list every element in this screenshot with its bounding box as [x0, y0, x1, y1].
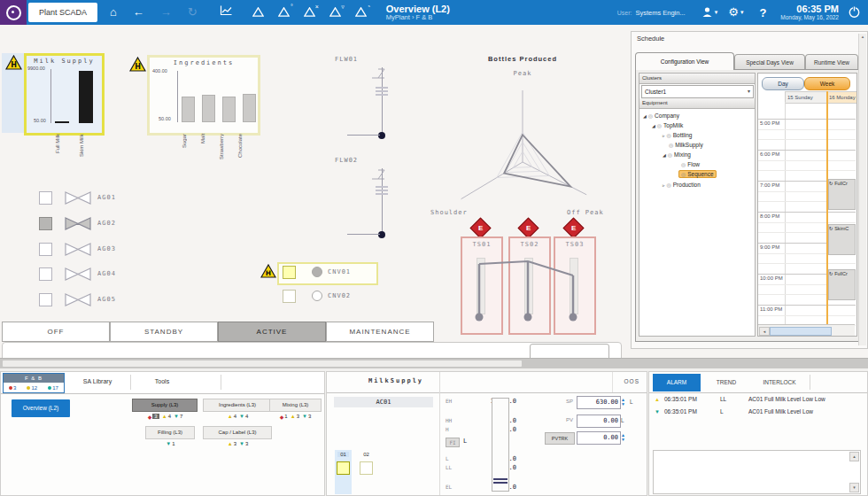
alarm-icon[interactable]	[252, 7, 264, 19]
device-label[interactable]: AC01	[334, 397, 433, 407]
conveyor-radio[interactable]	[312, 267, 322, 277]
pvtrk-button[interactable]: PVTRK	[545, 432, 575, 445]
sp-input[interactable]: 630.00	[577, 396, 621, 409]
week-view-button[interactable]: Week	[804, 77, 850, 90]
sp-spinner[interactable]: ▲▼	[619, 396, 627, 407]
user-menu-caret-icon[interactable]: ▾	[715, 9, 718, 16]
horizontal-scrollbar[interactable]	[0, 358, 868, 368]
tree-item-production[interactable]: ▹◎Production	[663, 180, 701, 190]
scroll-left-icon[interactable]: ◂	[759, 327, 770, 336]
tree-item-flow[interactable]: ◎Flow	[681, 159, 700, 169]
help-icon[interactable]: ?	[759, 6, 766, 19]
conveyor-radio[interactable]	[312, 291, 322, 301]
tree-item-bottling[interactable]: ▹◎Bottling	[663, 130, 692, 140]
expand-icon[interactable]: ◢	[663, 152, 666, 158]
tab-f-and-b[interactable]: F & B 3 12 17	[3, 373, 65, 393]
home-icon[interactable]: ⌂	[110, 0, 117, 25]
gear-icon[interactable]: ⚙	[728, 0, 739, 25]
mode-button-standby[interactable]: STANDBY	[110, 322, 218, 342]
agitator-checkbox[interactable]	[39, 293, 52, 306]
conveyor-checkbox[interactable]	[283, 266, 296, 279]
tab-sa-library[interactable]: SA Library	[66, 378, 128, 384]
scrollbar-thumb[interactable]	[770, 327, 832, 336]
expand-icon[interactable]: ◢	[652, 123, 655, 128]
pvtrk-input[interactable]: 0.00	[577, 431, 621, 445]
trend-icon[interactable]	[220, 0, 232, 25]
agitator-checkbox[interactable]	[39, 243, 52, 256]
scroll-down-icon[interactable]: ▾	[849, 483, 859, 492]
cap-label-l3-button[interactable]: Cap / Label (L3)	[203, 426, 272, 439]
sel-01-checkbox[interactable]	[337, 461, 350, 475]
agitator-checkbox[interactable]	[39, 217, 52, 230]
tab-alarm[interactable]: ALARM	[653, 374, 701, 391]
agitator-row: AG01	[0, 190, 177, 205]
tab-special-days-view[interactable]: Special Days View	[734, 54, 805, 70]
conveyor-checkbox[interactable]	[283, 290, 296, 303]
scrollbar-thumb[interactable]	[3, 360, 522, 367]
mode-button-active[interactable]: ACTIVE	[218, 322, 326, 342]
schedule-event[interactable]: ↻ FullCr	[828, 179, 856, 210]
scroll-up-icon[interactable]: ▴	[862, 34, 864, 39]
agitator-row: AG04	[0, 266, 177, 282]
tree-item-company[interactable]: ◢◎Company	[643, 111, 679, 120]
settings-caret-icon[interactable]: ▾	[740, 9, 744, 16]
supply-l3-button[interactable]: Supply (L3)	[132, 399, 198, 412]
flow-meter-flw01[interactable]	[345, 66, 390, 140]
conveyor-label: CNV01	[328, 268, 351, 275]
valve-icon[interactable]	[64, 216, 92, 231]
pvtrk-spinner[interactable]: ▲▼	[619, 431, 627, 443]
valve-icon[interactable]	[64, 267, 92, 282]
limit-row-fi: FIL	[446, 438, 531, 446]
alarm-sound-icon[interactable]: ˢ	[355, 7, 367, 19]
overview-l2-button[interactable]: Overview (L2)	[12, 399, 70, 417]
ingredients-l3-button[interactable]: Ingredients (L3)	[203, 399, 272, 412]
tank-ts02[interactable]: TS02	[508, 236, 551, 335]
tab-interlock[interactable]: INTERLOCK	[752, 374, 807, 391]
alarm-disabled-icon[interactable]: ×	[304, 7, 315, 19]
back-icon[interactable]: ←	[133, 0, 144, 25]
valve-icon[interactable]	[64, 292, 92, 307]
alarm-comment-box[interactable]: ▴ ▾	[653, 450, 861, 494]
expand-icon[interactable]: ▹	[663, 182, 665, 188]
scroll-up-icon[interactable]: ▴	[849, 452, 859, 461]
tree-item-topmilk[interactable]: ◢◎TopMilk	[652, 120, 683, 130]
schedule-event[interactable]: ↻ FullCr	[828, 269, 856, 300]
schedule-vertical-scrollbar[interactable]: ▴	[858, 34, 866, 345]
expand-icon[interactable]: ◢	[643, 113, 647, 119]
schedule-event[interactable]: ↻ SkimC	[828, 224, 856, 255]
sel-02-checkbox[interactable]	[360, 461, 373, 475]
user-icon[interactable]	[701, 6, 713, 19]
alarm-unack-icon[interactable]: °	[278, 7, 290, 19]
mixing-l3-button[interactable]: Mixing (L3)	[269, 399, 322, 412]
tree-item-mixing[interactable]: ◢◎Mixing	[663, 150, 691, 159]
agitator-checkbox[interactable]	[39, 267, 52, 281]
mode-button-maintenance[interactable]: MAINTENANCE	[326, 322, 434, 342]
filling-l3-button[interactable]: Filling (L3)	[145, 426, 195, 439]
cluster-select[interactable]: Cluster1▾	[641, 85, 754, 98]
alarm-row[interactable]: ▼ 06:35:01 PM L AC01 Full Milk Level Low	[649, 408, 867, 420]
mode-button-off[interactable]: OFF	[2, 322, 110, 342]
calendar-pane: Day Week 15 Sunday 16 Monday 5:00 PM 6:0…	[757, 73, 857, 337]
low-dot-icon	[48, 386, 51, 390]
tree-item-sequence[interactable]: ◎Sequence	[678, 169, 717, 179]
agitator-checkbox[interactable]	[39, 191, 52, 205]
alarm-row[interactable]: ▲ 06:35:01 PM LL AC01 Full Milk Level Lo…	[649, 396, 867, 407]
tab-configuration-view[interactable]: Configuration View	[635, 52, 734, 70]
expand-icon[interactable]: ▹	[663, 133, 665, 138]
valve-icon[interactable]	[64, 242, 92, 257]
tab-trend[interactable]: TREND	[702, 374, 750, 391]
valve-icon[interactable]	[64, 190, 92, 205]
tank-ts03[interactable]: TS03	[554, 236, 596, 335]
power-icon[interactable]	[848, 5, 861, 20]
tab-runtime-view[interactable]: Runtime View	[805, 54, 858, 70]
tank-ts01[interactable]: TS01	[461, 236, 503, 335]
day-view-button[interactable]: Day	[762, 77, 804, 90]
unack-dot-icon	[9, 386, 12, 390]
tree-item-milksupply[interactable]: ◎MilkSupply	[669, 140, 703, 150]
alarm-shelved-icon[interactable]: ▿	[329, 7, 341, 19]
flow-meter-flw02[interactable]	[345, 167, 390, 241]
node-icon: ◎	[657, 123, 662, 128]
calendar-horizontal-scrollbar[interactable]: ◂	[758, 324, 855, 337]
tab-tools[interactable]: Tools	[134, 378, 190, 384]
node-icon: ◎	[667, 182, 671, 188]
